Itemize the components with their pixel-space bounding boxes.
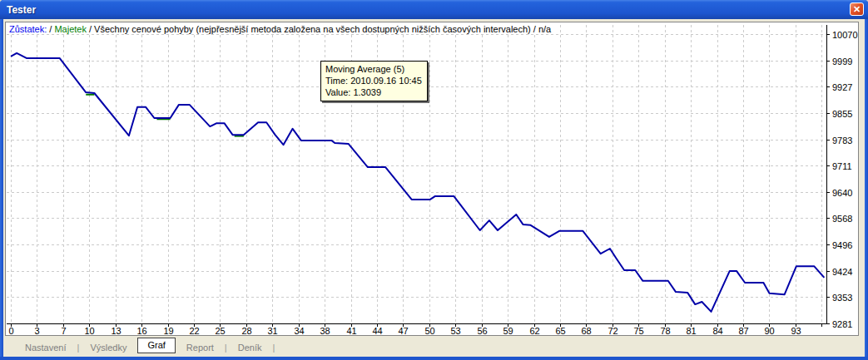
tab-report[interactable]: Report xyxy=(186,343,214,353)
tab-denik[interactable]: Deník xyxy=(238,343,262,353)
chart-panel xyxy=(5,22,859,336)
close-button[interactable]: ✕ xyxy=(850,2,864,16)
tooltip-value: Value: 1.3039 xyxy=(325,86,422,98)
header-description: / Všechny cenové pohyby (nejpřesnější me… xyxy=(87,24,551,34)
window-border xyxy=(0,0,3,360)
balance-series-label: Zůstatek: xyxy=(9,24,47,34)
window-border xyxy=(865,0,868,360)
tooltip-time: Time: 2010.09.16 10:45 xyxy=(325,75,422,86)
equity-series-label: Majetek xyxy=(54,24,87,34)
tooltip-title: Moving Average (5) xyxy=(325,63,422,75)
tab-separator: | xyxy=(77,343,80,353)
data-tooltip: Moving Average (5) Time: 2010.09.16 10:4… xyxy=(320,61,428,101)
chart-header: Zůstatek: / Majetek / Všechny cenové poh… xyxy=(9,24,553,34)
window-border xyxy=(0,357,868,360)
close-icon: ✕ xyxy=(853,5,861,14)
window-title: Tester xyxy=(7,4,36,16)
tab-bar: Nastavení | Výsledky Graf Report | Deník… xyxy=(5,338,863,357)
tab-nastaveni[interactable]: Nastavení xyxy=(25,343,67,353)
tester-window: 0371013161922252831343841444750535659626… xyxy=(0,0,868,360)
tab-separator: | xyxy=(225,343,227,353)
title-bar[interactable]: Tester xyxy=(0,0,868,19)
tab-vysledky[interactable]: Výsledky xyxy=(90,343,126,353)
tab-separator: | xyxy=(272,343,275,353)
tab-graf[interactable]: Graf xyxy=(137,338,175,353)
